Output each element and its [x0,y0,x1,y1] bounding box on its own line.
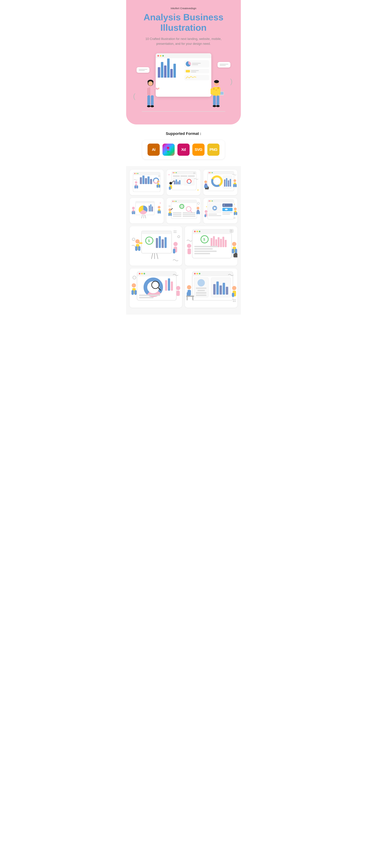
format-section: Supported Format : Ai Xd SVG PNG [126,124,241,166]
svg-text:★: ★ [206,206,207,208]
svg-rect-137 [173,212,181,213]
svg-rect-96 [226,178,227,187]
svg-rect-180 [236,212,237,215]
svg-rect-257 [139,297,153,298]
svg-rect-281 [223,283,225,294]
svg-rect-225 [222,237,224,247]
svg-point-38 [137,173,138,174]
browser-dot-yellow [160,55,162,57]
svg-rect-10 [147,95,150,106]
tag-yellow [186,70,190,72]
svg-rect-202 [139,243,142,244]
svg-point-247 [141,273,143,274]
svg-rect-101 [233,184,235,187]
svg-rect-254 [168,278,170,290]
svg-point-264 [133,276,136,279]
svg-point-81 [197,190,198,191]
svg-point-2 [148,81,153,86]
illustration-1 [130,169,164,195]
svg-rect-172 [222,212,233,213]
svg-point-99 [233,179,236,182]
bar-4 [167,59,170,78]
svg-rect-192 [159,236,161,248]
bubble-line-2 [139,70,145,71]
svg-rect-71 [177,182,179,185]
svg-text:f: f [224,204,225,206]
svg-rect-170 [208,214,217,215]
chat-bubble-left [137,67,149,73]
svg-point-293 [234,299,235,300]
svg-rect-224 [220,239,222,247]
svg-point-154 [169,206,169,207]
svg-point-185 [233,218,234,219]
svg-rect-227 [194,246,218,247]
svg-rect-151 [198,211,200,214]
svg-rect-42 [147,176,150,184]
svg-rect-114 [152,207,153,212]
grid-section: f ★ ★ [126,166,241,315]
svg-rect-8 [153,87,159,90]
svg-rect-102 [235,184,237,187]
illustration-3-svg [203,169,237,195]
svg-point-62 [173,172,174,173]
wave-chart [186,76,196,79]
svg-rect-229 [194,251,217,252]
svg-point-130 [172,201,173,202]
svg-rect-291 [232,293,234,297]
svg-point-160 [209,200,210,202]
svg-line-196 [157,253,158,259]
bubble-line-1 [139,69,147,70]
svg-rect-188 [141,231,172,234]
bubble-line-4 [220,65,226,66]
svg-rect-141 [182,214,196,215]
svg-point-17 [213,88,215,90]
svg-point-177 [234,208,237,210]
illustration-8: $ [185,226,237,266]
svg-point-80 [169,174,170,175]
svg-point-203 [173,242,177,246]
donut-chart-mini [186,61,191,66]
svg-point-63 [174,172,175,173]
hero-subtitle: 10 Crafted Illustration for next landing… [140,36,227,46]
svg-point-91 [212,172,213,173]
svg-rect-221 [213,236,215,247]
svg-rect-65 [173,176,180,177]
svg-rect-139 [173,216,181,217]
deco-bracket-right-icon: ) [230,78,232,85]
svg-point-262 [176,286,180,290]
svg-point-82 [193,173,194,173]
widget-donut [185,60,209,67]
svg-point-209 [175,230,176,231]
svg-point-295 [234,301,235,302]
png-label: PNG [209,147,217,152]
svg-rect-7 [144,87,147,90]
svg-point-12 [147,105,150,107]
illustration-5-svg [167,198,200,223]
svg-rect-73 [184,178,195,185]
grid-gap-3 [130,266,237,268]
svg-rect-238 [234,253,237,254]
svg-point-289 [232,286,236,290]
svg-rect-245 [137,274,176,276]
svg-point-155 [170,206,170,207]
bar-chart [158,60,182,78]
svg-rect-142 [182,216,196,217]
svg-rect-70 [176,180,177,184]
format-badge-png: PNG [207,144,220,156]
svg-rect-43 [150,179,152,184]
format-badge-figma [163,144,175,156]
svg-point-56 [159,175,160,176]
svg-point-131 [174,201,175,202]
line-1 [192,63,201,64]
svg-rect-95 [224,180,226,187]
svg-rect-69 [174,181,175,185]
svg-point-169 [225,209,228,210]
svg-rect-256 [139,294,160,296]
xd-label: Xd [181,147,186,152]
svg-rect-52 [157,185,158,188]
grid-gap-2 [130,223,237,226]
deco-bottom-line [142,111,225,112]
svg-rect-273 [196,287,206,289]
illustration-9-svg [130,268,182,308]
svg-rect-22 [218,90,220,95]
